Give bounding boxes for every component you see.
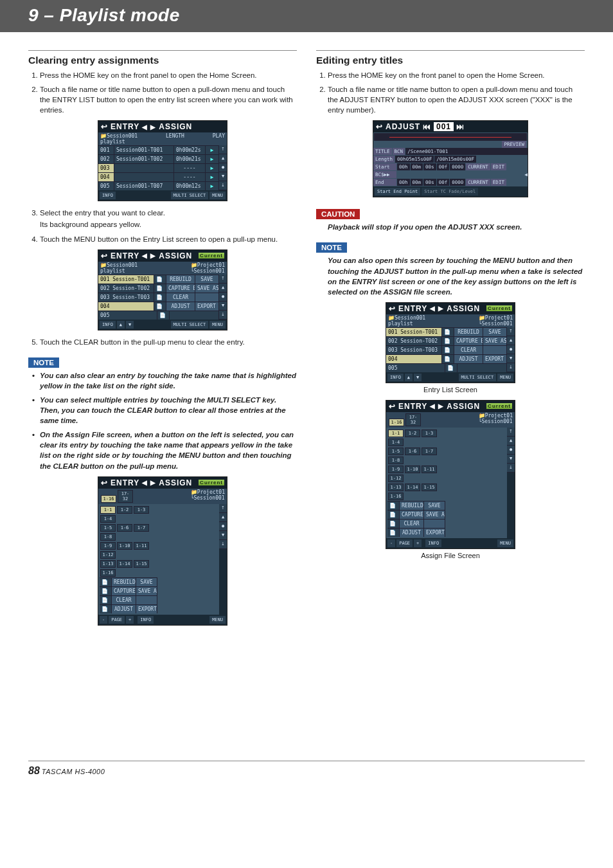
row-001: 001 Session-T001 (98, 275, 154, 284)
screen-assign-file-r: ↩ ENTRY ◀ ▶ ASSIGN Current 1-1617-32 📁Pr… (386, 400, 515, 549)
session-sub: Session001 (481, 419, 512, 424)
bcs-label: BC$▶▶ (373, 171, 396, 178)
bullet-1: You can also clear an entry by touching … (40, 370, 297, 391)
session-sub: Session001 (193, 268, 224, 274)
file-icon: 📄 (387, 502, 400, 510)
row-003: 003 Session-T003 (386, 346, 442, 354)
tc-h: 00h (397, 163, 410, 170)
up-icon: ▲ (117, 321, 125, 329)
screen-title-entry: ENTRY (398, 402, 427, 411)
page-footer: 88 TASCAM HS-4000 (28, 761, 585, 777)
scroll-up-icon: ▲ (219, 513, 227, 522)
arrow-right-icon: ▶ (150, 123, 156, 131)
product-name: TASCAM HS-4000 (42, 768, 105, 775)
scroll-down-icon: ▼ (219, 531, 227, 540)
waveform (374, 133, 527, 141)
capture-button: CAPTURE BC$ (400, 511, 424, 519)
key-1-2: 1-2 (405, 429, 420, 437)
title-value: /Scene001-T001 (405, 148, 528, 155)
session-name: Session001 (107, 262, 138, 268)
back-icon: ↩ (389, 402, 396, 411)
take-003 (114, 164, 174, 172)
folder-icon: 📁 (100, 133, 107, 139)
current-badge: Current (199, 253, 224, 258)
content-columns: Clearing entry assignments Press the HOM… (0, 32, 613, 645)
page-label: PAGE (109, 616, 125, 624)
record-dot-icon: ● (219, 522, 227, 531)
screen-title-assign: ASSIGN (159, 478, 192, 487)
scroll-bottom-icon: ⤓ (507, 363, 515, 372)
figure-entry-assign: ↩ ENTRY ◀ ▶ ASSIGN 📁Session001playlist L… (28, 120, 297, 201)
export-button: EXPORT PPL (424, 529, 445, 537)
arrow-left-icon: ◀ (430, 402, 436, 410)
row-005: 005 (386, 364, 445, 372)
file-icon: 📄 (445, 364, 458, 372)
key-1-3: 1-3 (134, 506, 149, 514)
folder-icon: 📁 (479, 315, 485, 321)
file-icon: 📄 (442, 328, 454, 336)
folder-icon: 📁 (191, 489, 197, 495)
export-button: EXPORT PPL (136, 605, 157, 613)
scroll-buttons: ⤒ ▲ ● ▼ ⤓ (219, 504, 227, 615)
key-1-3: 1-3 (422, 429, 437, 437)
playlist-label: playlist (100, 268, 125, 274)
export-button: EXPORT PPL (483, 355, 507, 363)
screen-title-assign: ASSIGN (159, 122, 192, 131)
play-icon: ▶ (206, 155, 219, 163)
caption-entry-list: Entry List Screen (316, 386, 585, 393)
key-1-1: 1-1 (388, 429, 404, 437)
clear-button: CLEAR (112, 596, 136, 604)
tc-h: 00h (397, 179, 410, 186)
page-minus: - (100, 616, 107, 624)
screen-title-entry: ENTRY (111, 478, 139, 487)
col-length: LENGTH (166, 133, 184, 145)
scroll-down-icon: ▼ (219, 172, 227, 181)
key-1-7: 1-7 (134, 524, 149, 532)
bullet-3: On the Assign File screen, when a button… (40, 429, 297, 471)
file-icon: 📄 (442, 337, 454, 345)
clear-button: CLEAR (400, 520, 424, 528)
key-1-15: 1-15 (134, 560, 149, 568)
scroll-down-icon: ▼ (507, 354, 515, 363)
page-minus: - (387, 539, 395, 547)
len-001: 0h00m22s (174, 146, 206, 154)
clear-button: CLEAR (166, 293, 195, 302)
menu-button: MENU (497, 374, 513, 381)
fade-tab: Start TC Fade/Level (422, 188, 478, 195)
title-label: TITLE (373, 148, 392, 155)
scroll-top-icon: ⤒ (219, 504, 227, 513)
current-label: CURRENT (466, 179, 490, 186)
tc-s: 00s (423, 163, 436, 170)
take-005: Session001-T007 (114, 182, 174, 190)
row-004: 004 (98, 302, 154, 311)
tc-m: 00m (411, 179, 423, 186)
arrow-left-icon: ◀ (142, 252, 148, 259)
project-name: Project01 (485, 413, 513, 419)
record-dot-icon: ● (219, 163, 227, 172)
scroll-top-icon: ⤒ (507, 327, 515, 336)
start-end-tab: Start End Point (375, 188, 420, 195)
play-icon: ▶ (206, 164, 219, 172)
scroll-top-icon: ⤒ (219, 275, 227, 284)
empty-cell (170, 311, 219, 320)
key-1-5: 1-5 (100, 524, 116, 532)
step-1r: Press the HOME key on the front panel to… (328, 70, 585, 80)
scroll-bottom-icon: ⤓ (219, 311, 227, 320)
info-button: INFO (100, 321, 116, 329)
screen-title-entry: ENTRY (111, 122, 139, 131)
key-1-14: 1-14 (405, 484, 420, 491)
note-label: NOTE (28, 357, 59, 368)
figure-adjust: ↩ ADJUST ⏮ 001 ⏭ PREVIEW TITLE BCN /Scen… (316, 120, 585, 197)
tc-s: 00s (423, 179, 436, 186)
figure-assign-file: ↩ ENTRY ◀ ▶ ASSIGN Current 1-1617-32 📁Pr… (28, 476, 297, 626)
take-004 (114, 173, 174, 181)
file-icon: 📄 (157, 311, 170, 320)
key-1-13: 1-13 (388, 484, 404, 491)
step-3: Select the entry that you want to clear.… (40, 208, 297, 230)
edit-button: EDIT (491, 179, 506, 186)
arrow-right-icon: ▶ (150, 252, 156, 259)
scroll-up-icon: ▲ (219, 284, 227, 293)
key-grid: 1-11-21-31-41-51-61-71-81-91-101-111-121… (100, 505, 161, 577)
scroll-top-icon: ⤒ (507, 428, 515, 437)
scroll-up-icon: ▲ (507, 336, 515, 345)
